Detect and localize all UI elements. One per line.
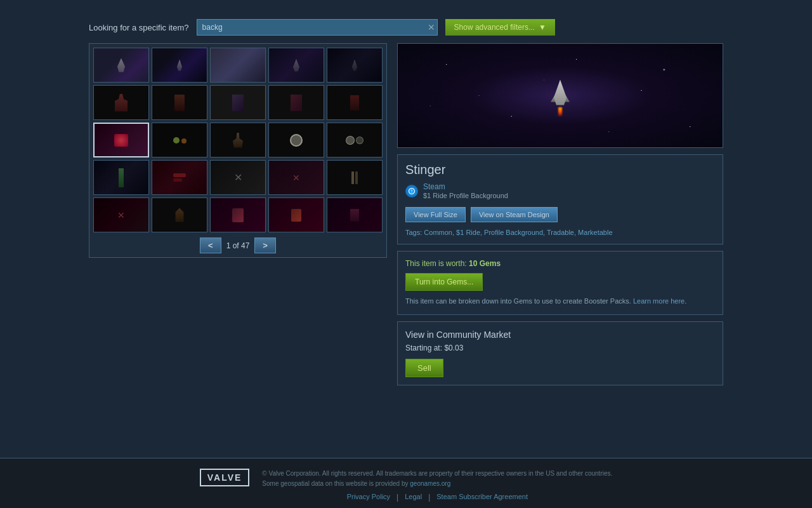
grid-item-inner: [152, 161, 207, 194]
grid-item-inner: [152, 48, 207, 82]
gems-amount: 10 Gems: [469, 259, 501, 268]
learn-more-link[interactable]: Learn more here: [633, 297, 684, 305]
grid-item[interactable]: [210, 48, 266, 83]
grid-item-inner: [211, 198, 265, 232]
grid-item[interactable]: [152, 160, 207, 195]
footer-copyright: © Valve Corporation. All rights reserved…: [262, 469, 612, 489]
gems-desc-text: This item can be broken down into Gems t…: [405, 297, 631, 305]
items-grid: ✕ ✕: [93, 48, 383, 232]
grid-item-inner: [94, 161, 148, 194]
valve-logo: VALVE: [200, 469, 250, 486]
steam-icon: [405, 185, 418, 197]
source-name: Steam: [423, 182, 508, 191]
grid-item-inner: ✕: [269, 161, 324, 194]
item-action-buttons: View Full Size View on Steam Design: [405, 207, 715, 222]
grid-item[interactable]: ✕: [210, 160, 266, 195]
grid-item[interactable]: [268, 48, 324, 83]
grid-item[interactable]: [152, 85, 207, 120]
footer: VALVE © Valve Corporation. All rights re…: [0, 458, 812, 508]
item-source-text: Steam $1 Ride Profile Background: [423, 182, 508, 199]
geonames-link[interactable]: geonames.org: [410, 480, 450, 487]
tags-label: Tags:: [405, 229, 422, 236]
grid-item-inner: [95, 124, 148, 156]
grid-item-inner: [94, 86, 148, 119]
separator-2: |: [428, 493, 430, 502]
footer-links: Privacy Policy | Legal | Steam Subscribe…: [262, 493, 612, 502]
market-title: View in Community Market: [405, 330, 715, 340]
grid-item-selected[interactable]: [93, 123, 149, 157]
page-wrapper: Looking for a specific item? ✕ Show adva…: [0, 0, 812, 508]
grid-item[interactable]: [268, 85, 324, 120]
detail-panel: Stinger Steam $1 Ride Profile Backgro: [397, 43, 723, 385]
grid-item-inner: [269, 86, 324, 119]
grid-item[interactable]: [152, 197, 207, 232]
advanced-filters-label: Show advanced filters...: [454, 23, 535, 32]
grid-item-inner: [327, 123, 382, 157]
grid-item[interactable]: [93, 160, 149, 195]
grid-item[interactable]: [152, 48, 207, 83]
market-starting-label: Starting at:: [405, 344, 442, 352]
next-page-button[interactable]: >: [254, 237, 276, 253]
grid-item-inner: [269, 48, 324, 82]
separator-1: |: [396, 493, 398, 502]
grid-item-inner: [327, 161, 382, 194]
grid-item[interactable]: [268, 123, 324, 157]
copyright-text: © Valve Corporation. All rights reserved…: [262, 470, 612, 477]
market-section: View in Community Market Starting at: $0…: [397, 321, 723, 385]
market-price: $0.03: [444, 344, 463, 352]
grid-item-inner: [327, 198, 382, 232]
grid-item[interactable]: ✕: [268, 160, 324, 195]
source-type: $1 Ride Profile Background: [423, 192, 508, 199]
grid-item-inner: ✕: [211, 161, 265, 194]
pagination: < 1 of 47 >: [93, 237, 383, 253]
search-bar: Looking for a specific item? ✕ Show adva…: [89, 19, 723, 36]
turn-into-gems-button[interactable]: Turn into Gems...: [405, 273, 483, 291]
page-info: 1 of 47: [226, 241, 250, 250]
subscriber-agreement-link[interactable]: Steam Subscriber Agreement: [436, 493, 528, 502]
sell-button[interactable]: Sell: [405, 359, 443, 377]
grid-item-inner: [327, 48, 382, 82]
grid-item[interactable]: [327, 160, 383, 195]
grid-item[interactable]: [152, 123, 207, 157]
footer-inner: VALVE © Valve Corporation. All rights re…: [121, 469, 691, 502]
legal-link[interactable]: Legal: [405, 493, 422, 502]
item-info-panel: Stinger Steam $1 Ride Profile Backgro: [397, 154, 723, 244]
grid-item-inner: [211, 86, 265, 119]
grid-item-inner: [269, 198, 324, 232]
content-inner: Looking for a specific item? ✕ Show adva…: [89, 19, 723, 445]
grid-item-inner: [211, 123, 265, 157]
grid-item[interactable]: [327, 197, 383, 232]
search-clear-button[interactable]: ✕: [428, 23, 435, 32]
gems-worth-label: This item is worth:: [405, 259, 467, 268]
view-steam-design-button[interactable]: View on Steam Design: [471, 207, 558, 222]
gems-section: This item is worth: 10 Gems Turn into Ge…: [397, 251, 723, 315]
grid-item-inner: [94, 48, 148, 82]
search-input[interactable]: [197, 19, 438, 36]
grid-item[interactable]: [210, 123, 266, 157]
grid-item[interactable]: [93, 48, 149, 83]
item-preview: [397, 43, 723, 148]
grid-item-inner: [152, 123, 207, 157]
grid-item[interactable]: [268, 197, 324, 232]
privacy-policy-link[interactable]: Privacy Policy: [347, 493, 390, 502]
item-source: Steam $1 Ride Profile Background: [405, 182, 715, 199]
item-tags: Tags: Common, $1 Ride, Profile Backgroun…: [405, 229, 715, 236]
prev-page-button[interactable]: <: [200, 237, 221, 253]
grid-item-inner: ✕: [94, 198, 148, 232]
grid-item-inner: [152, 86, 207, 119]
grid-item[interactable]: [93, 85, 149, 120]
view-full-size-button[interactable]: View Full Size: [405, 207, 466, 222]
market-starting: Starting at: $0.03: [405, 344, 715, 352]
grid-item[interactable]: [327, 123, 383, 157]
advanced-filters-button[interactable]: Show advanced filters... ▼: [445, 19, 555, 36]
gems-description: This item can be broken down into Gems t…: [405, 296, 715, 307]
grid-item-inner: [152, 198, 207, 232]
grid-item[interactable]: ✕: [93, 197, 149, 232]
footer-text-block: © Valve Corporation. All rights reserved…: [262, 469, 612, 502]
search-label: Looking for a specific item?: [89, 23, 189, 32]
gems-worth: This item is worth: 10 Gems: [405, 259, 715, 268]
grid-item[interactable]: [210, 197, 266, 232]
grid-item[interactable]: [327, 85, 383, 120]
grid-item[interactable]: [327, 48, 383, 83]
grid-item[interactable]: [210, 85, 266, 120]
